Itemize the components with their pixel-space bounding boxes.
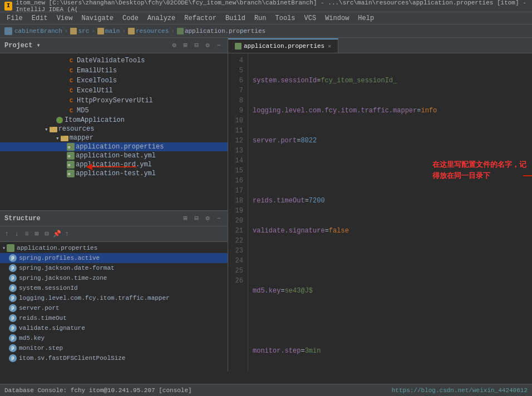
structure-toolbar-icons: ⊞ ⊟ ⚙ − [181, 214, 223, 223]
breadcrumb-src[interactable]: src [78, 28, 89, 34]
menu-edit[interactable]: Edit [27, 13, 52, 23]
group-icon[interactable]: ≡ [22, 230, 31, 239]
menu-file[interactable]: File [2, 13, 27, 23]
struct-item-system-sessionid[interactable]: p system.sessionId [0, 283, 228, 293]
struct-item-spring-profiles-active[interactable]: p spring.profiles.active [0, 253, 228, 263]
menu-help[interactable]: Help [353, 13, 378, 23]
breadcrumb-resources-icon [128, 28, 135, 34]
struct-item-label: monitor.step [19, 345, 63, 352]
line-num: 8 [233, 96, 243, 106]
structure-panel: Structure ⊞ ⊟ ⚙ − ↑ ↓ ≡ ⊞ ⊟ 📌 ↑ [0, 210, 228, 372]
sidebar-settings-icon[interactable]: ⚙ [170, 41, 179, 50]
code-line: server.port=8022 [253, 136, 528, 146]
struct-item-logging-level[interactable]: p logging.level.com.fcy.itom.traffic.map… [0, 293, 228, 303]
menu-analyze[interactable]: Analyze [143, 13, 180, 23]
line-num: 6 [233, 76, 243, 86]
breadcrumb-branch[interactable]: cabinetBranch [14, 28, 62, 34]
struct-item-label: system.sessionId [19, 285, 78, 291]
menu-code[interactable]: Code [118, 13, 143, 23]
tree-item-itomapplication[interactable]: 🌿 ItomApplication [0, 116, 228, 125]
sort-asc-icon[interactable]: ↑ [2, 230, 11, 239]
pin-icon[interactable]: 📌 [52, 230, 61, 239]
struct-item-label: spring.jackson.date-format [19, 265, 115, 271]
sidebar-collapse-icon[interactable]: ⊟ [192, 41, 201, 50]
expand-all-icon[interactable]: ⊞ [32, 230, 41, 239]
struct-item-monitor-step[interactable]: p monitor.step [0, 343, 228, 353]
chevron-down-icon: ▾ [2, 245, 6, 251]
app-icon: I [4, 2, 12, 11]
breadcrumb-main[interactable]: main [105, 28, 120, 34]
breadcrumb-resources[interactable]: resources [136, 28, 169, 34]
tree-item-mapper[interactable]: ▾ mapper [0, 133, 228, 142]
tree-label: application-beat.yml [76, 152, 156, 160]
tree-item-httpproxyserverutil[interactable]: C HttpProxyServerUtil [0, 96, 228, 106]
tree-item-md5[interactable]: C MD5 [0, 106, 228, 116]
line-numbers: 4 5 6 7 8 9 10 11 12 13 14 15 16 17 18 1… [228, 53, 248, 372]
line-num: 12 [233, 136, 243, 146]
line-num: 22 [233, 236, 243, 246]
hide-icon[interactable]: ↑ [62, 230, 71, 239]
property-icon: p [9, 284, 17, 292]
structure-gear-icon[interactable]: ⚙ [203, 214, 212, 223]
struct-item-spring-jackson-date[interactable]: p spring.jackson.date-format [0, 263, 228, 273]
java-icon: C [67, 106, 76, 115]
tree-item-exceltools[interactable]: C ExcelTools [0, 76, 228, 86]
line-num: 24 [233, 256, 243, 266]
svg-rect-19 [7, 244, 14, 252]
struct-root-file[interactable]: ▾ application.properties [0, 243, 228, 253]
menu-refactor[interactable]: Refactor [180, 13, 221, 23]
sort-desc-icon[interactable]: ↓ [12, 230, 21, 239]
struct-item-label: logging.level.com.fcy.itom.traffic.mappe… [19, 295, 170, 301]
tree-item-application-properties[interactable]: ⚙ application.properties [0, 142, 228, 151]
sidebar-title: Project ▾ [4, 41, 41, 50]
menu-build[interactable]: Build [221, 13, 250, 23]
tree-label: application-test.yml [76, 170, 156, 177]
struct-item-server-port[interactable]: p server.port [0, 303, 228, 313]
tree-item-application-test[interactable]: ⚙ application-test.yml [0, 169, 228, 178]
java-icon: C [67, 76, 76, 85]
code-line: monitor.step=3min [253, 346, 528, 356]
java-icon: C [67, 66, 76, 75]
breadcrumb-filename[interactable]: application.properties [185, 28, 265, 34]
folder-open-icon: ▾ [56, 135, 60, 142]
struct-item-md5-key[interactable]: p md5.key [0, 333, 228, 343]
menu-run[interactable]: Run [250, 13, 271, 23]
menu-bar: File Edit View Navigate Code Analyze Ref… [0, 12, 532, 24]
line-num: 18 [233, 196, 243, 206]
line-num: 14 [233, 156, 243, 166]
menu-navigate[interactable]: Navigate [77, 13, 118, 23]
property-icon: p [9, 254, 17, 262]
tree-item-application-beat[interactable]: ⚙ application-beat.yml [0, 151, 228, 160]
breadcrumb-main-icon [97, 28, 104, 34]
menu-vcs[interactable]: VCS [300, 13, 321, 23]
structure-collapse-icon[interactable]: ⊟ [192, 214, 201, 223]
tree-item-excelutil[interactable]: C ExcelUtil [0, 86, 228, 96]
struct-item-spring-jackson-tz[interactable]: p spring.jackson.time-zone [0, 273, 228, 283]
struct-item-reids-timeout[interactable]: p reids.timeOut [0, 313, 228, 323]
tree-item-application-prd[interactable]: ⚙ application-prd.yml [0, 160, 228, 169]
structure-expand-icon[interactable]: ⊞ [181, 214, 190, 223]
line-num: 11 [233, 126, 243, 136]
status-bar: Database Console: fchy itom@10.241.95.20… [0, 384, 532, 396]
editor-tab-application-properties[interactable]: application.properties ✕ [228, 38, 338, 53]
menu-window[interactable]: Window [321, 13, 353, 23]
sidebar-expand-icon[interactable]: ⊞ [181, 41, 190, 50]
menu-view[interactable]: View [52, 13, 77, 23]
code-area[interactable]: system.sessionId=fcy_itom_sessionId_ log… [248, 53, 532, 372]
tab-close-icon[interactable]: ✕ [328, 43, 331, 50]
line-num: 15 [233, 166, 243, 176]
struct-item-itom-fastdfs[interactable]: p itom.sv.fastDFSClientPoolSize [0, 353, 228, 363]
collapse-all-icon[interactable]: ⊟ [42, 230, 51, 239]
property-icon: p [9, 264, 17, 272]
sidebar-gear-icon[interactable]: ⚙ [203, 41, 212, 50]
sidebar-close-icon[interactable]: − [214, 41, 223, 50]
tree-item-datevalidatetools[interactable]: C DateValidateTools [0, 56, 228, 66]
tree-item-resources[interactable]: ▾ resources [0, 125, 228, 133]
property-icon: p [9, 314, 17, 322]
structure-close-icon[interactable]: − [214, 214, 223, 223]
tree-item-emailutils[interactable]: C EmailUtils [0, 66, 228, 76]
editor-content[interactable]: 4 5 6 7 8 9 10 11 12 13 14 15 16 17 18 1… [228, 53, 532, 372]
menu-tools[interactable]: Tools [271, 13, 300, 23]
annotation-text: 在这里写配置文件的名字，记得放在同一目录下 [432, 159, 526, 181]
struct-item-validate-signature[interactable]: p validate.signature [0, 323, 228, 333]
